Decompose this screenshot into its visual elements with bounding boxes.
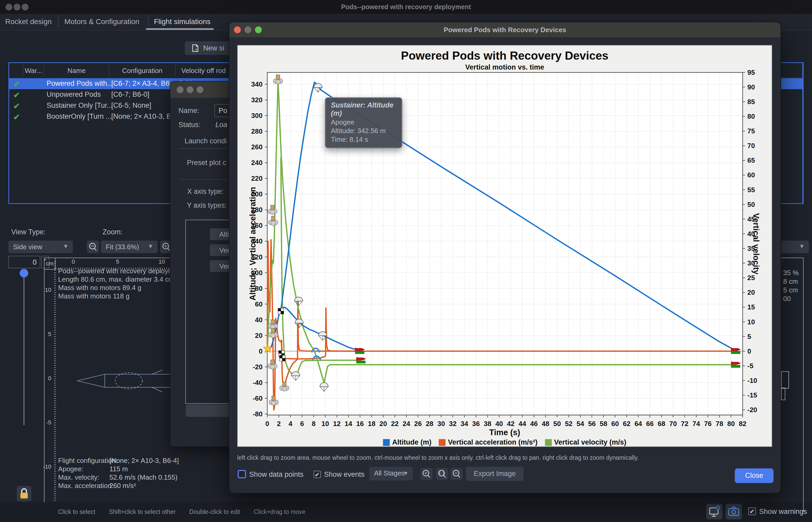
right-panel-info-fragment: 5 cm xyxy=(783,286,798,294)
chart-zoom-out-button[interactable] xyxy=(450,468,463,480)
svg-text:12: 12 xyxy=(333,420,341,427)
svg-text:220: 220 xyxy=(251,175,263,182)
svg-text:-10: -10 xyxy=(747,377,757,384)
zoom-in-icon xyxy=(420,468,432,480)
svg-text:160: 160 xyxy=(251,221,263,229)
screen-settings-button[interactable] xyxy=(706,504,722,519)
stage-select[interactable]: All Stages ▼ xyxy=(369,467,413,480)
svg-text:20: 20 xyxy=(747,288,755,296)
status-hint: Click to select xyxy=(58,508,95,515)
svg-text:46: 46 xyxy=(530,420,538,427)
svg-text:28: 28 xyxy=(426,420,433,427)
svg-text:0: 0 xyxy=(747,347,751,355)
svg-text:55: 55 xyxy=(747,186,755,194)
svg-text:300: 300 xyxy=(251,112,263,120)
stage-select-value: All Stages xyxy=(374,469,405,477)
export-image-button[interactable]: Export Image xyxy=(466,467,524,481)
svg-text:40: 40 xyxy=(495,420,503,427)
svg-text:180: 180 xyxy=(251,206,263,214)
svg-text:42: 42 xyxy=(507,420,515,427)
flight-info-label: Max. acceleration: xyxy=(58,482,113,489)
flight-info-value: 260 m/s² xyxy=(110,482,136,490)
svg-text:20: 20 xyxy=(379,420,387,427)
svg-text:280: 280 xyxy=(251,127,263,135)
plot-window-title: Powered Pods with Recovery Devices xyxy=(229,26,780,34)
svg-text:0: 0 xyxy=(72,258,75,265)
table-header-Velocity off rod[interactable]: Velocity off rod xyxy=(175,67,232,75)
chart-plot-area[interactable]: -80-60-40-200204060801001201401601802002… xyxy=(238,45,772,446)
status-value: Loa xyxy=(215,121,227,129)
chart-zoom-reset-button[interactable] xyxy=(436,468,448,480)
svg-text:120: 120 xyxy=(251,253,263,261)
svg-text:26: 26 xyxy=(414,420,422,427)
new-simulation-label: New si xyxy=(203,44,224,52)
svg-text:100: 100 xyxy=(251,269,263,277)
tooltip-line: Time: 8.14 s xyxy=(331,135,396,144)
rocket-drawing xyxy=(73,367,173,396)
svg-text:200: 200 xyxy=(251,190,263,198)
svg-text:20: 20 xyxy=(255,332,263,339)
svg-text:70: 70 xyxy=(669,420,677,427)
right-panel-info-fragment: 35 % xyxy=(783,269,799,277)
svg-text:64: 64 xyxy=(635,420,642,427)
close-button[interactable]: Close xyxy=(735,468,774,483)
plot-help-text: left click drag to zoom area. mouse whee… xyxy=(237,454,639,461)
svg-text:85: 85 xyxy=(747,98,755,106)
chart-legend: Altitude (m)Vertical acceleration (m/s²)… xyxy=(238,438,772,446)
new-document-icon xyxy=(191,44,199,52)
svg-text:6: 6 xyxy=(300,420,304,427)
tooltip-line: Apogee xyxy=(331,118,396,126)
svg-text:10: 10 xyxy=(159,258,165,265)
monitor-gear-icon xyxy=(706,504,722,519)
legend-item: Vertical acceleration (m/s²) xyxy=(439,438,537,446)
svg-text:45: 45 xyxy=(747,215,755,223)
svg-text:32: 32 xyxy=(449,420,457,427)
status-hint: Double-click to edit xyxy=(189,508,240,515)
svg-text:-20: -20 xyxy=(747,406,757,414)
svg-text:75: 75 xyxy=(747,127,755,135)
dialog-button-close[interactable] xyxy=(177,86,183,93)
svg-text:-10: -10 xyxy=(43,463,51,470)
svg-text:78: 78 xyxy=(716,420,723,427)
svg-text:68: 68 xyxy=(658,420,665,427)
svg-text:80: 80 xyxy=(747,113,755,120)
right-panel-info-fragment: 00 xyxy=(783,295,791,303)
dialog-button-minimize[interactable] xyxy=(187,86,193,93)
show-warnings-checkbox[interactable]: ✔ xyxy=(748,507,756,515)
rocket-info-block: Pods--powered with recovery deployme Len… xyxy=(58,267,178,300)
svg-text:60: 60 xyxy=(255,300,263,308)
svg-text:30: 30 xyxy=(747,259,755,267)
svg-text:52: 52 xyxy=(565,420,573,427)
flight-info-label: Apogee: xyxy=(58,465,83,473)
x-axis-type-label: X axis type: xyxy=(187,187,224,196)
svg-text:48: 48 xyxy=(542,420,549,427)
svg-text:44: 44 xyxy=(519,420,526,427)
legend-swatch xyxy=(545,439,552,446)
svg-text:82: 82 xyxy=(739,420,747,427)
svg-text:-15: -15 xyxy=(747,391,757,399)
svg-text:16: 16 xyxy=(356,420,364,427)
svg-text:30: 30 xyxy=(438,420,445,427)
screenshot-button[interactable] xyxy=(726,504,742,519)
right-panel-rocket-fragment xyxy=(781,372,789,389)
launch-conditions-section[interactable]: Launch condi xyxy=(185,137,227,145)
dialog-button-zoom[interactable] xyxy=(197,86,204,93)
svg-text:10: 10 xyxy=(45,287,51,293)
svg-text:18: 18 xyxy=(368,420,375,427)
svg-text:5: 5 xyxy=(747,333,751,341)
svg-text:35: 35 xyxy=(747,244,755,253)
staging-event-icon xyxy=(279,356,285,361)
zoom-out-icon xyxy=(450,468,463,480)
show-events-checkbox[interactable]: ✔ xyxy=(314,471,321,478)
tooltip-title: Sustainer: Altitude (m) xyxy=(331,101,396,117)
chart-panel[interactable]: Powered Pods with Recovery Devices Verti… xyxy=(237,45,772,447)
flight-info-label: Flight configuration: xyxy=(58,457,118,464)
svg-text:74: 74 xyxy=(692,420,700,427)
plot-window-titlebar[interactable]: Powered Pods with Recovery Devices xyxy=(229,22,780,38)
svg-text:66: 66 xyxy=(646,420,654,427)
svg-text:-40: -40 xyxy=(253,379,263,386)
svg-text:5: 5 xyxy=(48,331,51,337)
chart-zoom-in-button[interactable] xyxy=(420,468,432,480)
show-data-points-checkbox[interactable] xyxy=(238,470,246,478)
status-label: Status: xyxy=(178,121,200,129)
